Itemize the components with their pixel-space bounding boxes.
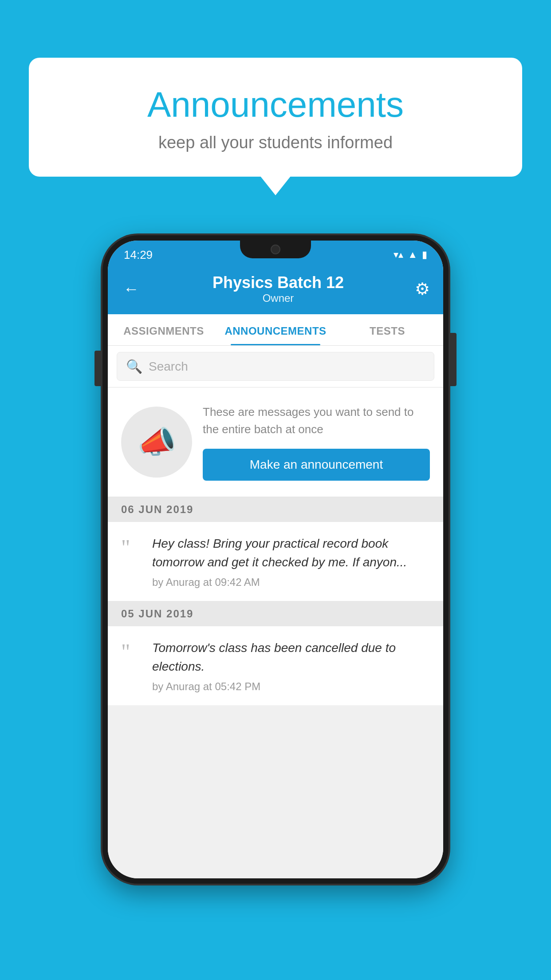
search-bar[interactable]: 🔍 Search (117, 352, 434, 381)
date-separator-1: 06 JUN 2019 (108, 497, 443, 522)
speech-bubble-subtitle: keep all your students informed (51, 133, 500, 152)
search-icon: 🔍 (126, 359, 142, 374)
header-subtitle: Owner (213, 292, 344, 304)
announcement-content-1: Hey class! Bring your practical record b… (152, 534, 430, 589)
announcement-content-2: Tomorrow's class has been cancelled due … (152, 639, 430, 693)
speech-bubble-title: Announcements (51, 84, 500, 125)
phone-notch (240, 241, 311, 258)
speech-bubble: Announcements keep all your students inf… (29, 58, 522, 177)
screen-content: 🔍 Search 📣 These are messages you want t… (108, 346, 443, 878)
phone-camera (271, 245, 280, 254)
app-header: ← Physics Batch 12 Owner ⚙ (108, 265, 443, 314)
quote-icon-1: " (121, 536, 143, 558)
promo-description: These are messages you want to send to t… (203, 403, 430, 438)
battery-icon: ▮ (422, 249, 427, 261)
announcement-text-1: Hey class! Bring your practical record b… (152, 534, 430, 572)
header-center: Physics Batch 12 Owner (213, 273, 344, 304)
status-time: 14:29 (124, 248, 153, 262)
announcement-item-1: " Hey class! Bring your practical record… (108, 522, 443, 601)
tab-announcements[interactable]: ANNOUNCEMENTS (220, 314, 331, 345)
phone-mockup: 14:29 ▾▴ ▲ ▮ ← Physics Batch 12 Owner ⚙ … (102, 235, 449, 884)
status-icons: ▾▴ ▲ ▮ (394, 249, 427, 261)
speech-bubble-container: Announcements keep all your students inf… (29, 58, 522, 177)
search-placeholder-text: Search (149, 360, 188, 374)
announcement-meta-2: by Anurag at 05:42 PM (152, 680, 430, 693)
megaphone-icon: 📣 (138, 424, 176, 460)
tab-tests[interactable]: TESTS (331, 314, 443, 345)
quote-icon-2: " (121, 640, 143, 663)
gear-icon[interactable]: ⚙ (415, 279, 430, 299)
make-announcement-button[interactable]: Make an announcement (203, 449, 430, 481)
date-separator-2: 05 JUN 2019 (108, 601, 443, 626)
announcement-item-2: " Tomorrow's class has been cancelled du… (108, 626, 443, 705)
phone-outer: 14:29 ▾▴ ▲ ▮ ← Physics Batch 12 Owner ⚙ … (102, 235, 449, 884)
back-button[interactable]: ← (121, 277, 142, 300)
signal-icon: ▲ (408, 249, 417, 261)
wifi-icon: ▾▴ (394, 249, 403, 261)
announcement-icon-circle: 📣 (121, 407, 192, 478)
promo-right: These are messages you want to send to t… (203, 403, 430, 481)
tabs-bar: ASSIGNMENTS ANNOUNCEMENTS TESTS (108, 314, 443, 346)
tab-assignments[interactable]: ASSIGNMENTS (108, 314, 220, 345)
announcement-text-2: Tomorrow's class has been cancelled due … (152, 639, 430, 676)
promo-card: 📣 These are messages you want to send to… (108, 387, 443, 497)
search-bar-wrap: 🔍 Search (108, 346, 443, 387)
header-title: Physics Batch 12 (213, 273, 344, 292)
phone-screen: 14:29 ▾▴ ▲ ▮ ← Physics Batch 12 Owner ⚙ … (108, 241, 443, 878)
announcement-meta-1: by Anurag at 09:42 AM (152, 576, 430, 589)
